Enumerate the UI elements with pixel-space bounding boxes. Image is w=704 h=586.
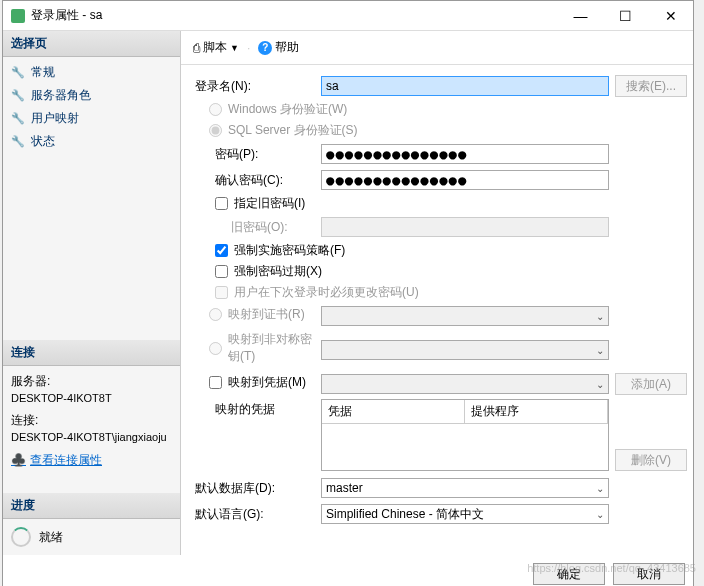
nav-status[interactable]: 🔧状态 xyxy=(3,130,180,153)
add-button: 添加(A) xyxy=(615,373,687,395)
wrench-icon: 🔧 xyxy=(11,89,25,102)
auth-windows-label: Windows 身份验证(W) xyxy=(228,101,347,118)
titlebar: 登录属性 - sa — ☐ ✕ xyxy=(3,1,693,31)
auth-sql-radio xyxy=(209,124,222,137)
help-button[interactable]: ? 帮助 xyxy=(254,37,303,58)
progress-spinner-icon xyxy=(11,527,31,547)
map-cert-radio xyxy=(209,308,222,321)
password-input[interactable] xyxy=(321,144,609,164)
toolbar: ⎙ 脚本 ▼ · ? 帮助 xyxy=(181,31,693,65)
server-value: DESKTOP-4IKOT8T xyxy=(11,390,172,407)
default-lang-label: 默认语言(G): xyxy=(195,506,321,523)
map-cred-checkbox[interactable] xyxy=(209,376,222,389)
wrench-icon: 🔧 xyxy=(11,112,25,125)
remove-button: 删除(V) xyxy=(615,449,687,471)
credentials-table: 凭据 提供程序 xyxy=(321,399,609,471)
map-cred-label: 映射到凭据(M) xyxy=(228,374,306,391)
default-lang-select[interactable]: Simplified Chinese - 简体中文⌄ xyxy=(321,504,609,524)
wrench-icon: 🔧 xyxy=(11,66,25,79)
cancel-button[interactable]: 取消 xyxy=(613,563,685,585)
minimize-button[interactable]: — xyxy=(558,1,603,30)
dialog-window: 登录属性 - sa — ☐ ✕ 选择页 🔧常规 🔧服务器角色 🔧用户映射 🔧状态… xyxy=(2,0,694,586)
help-icon: ? xyxy=(258,41,272,55)
must-change-label: 用户在下次登录时必须更改密码(U) xyxy=(234,284,419,301)
chevron-down-icon: ⌄ xyxy=(596,345,604,356)
map-cert-label: 映射到证书(R) xyxy=(228,306,305,323)
wrench-icon: 🔧 xyxy=(11,135,25,148)
specify-old-label: 指定旧密码(I) xyxy=(234,195,305,212)
default-db-select[interactable]: master⌄ xyxy=(321,478,609,498)
close-button[interactable]: ✕ xyxy=(648,1,693,30)
map-asym-select: ⌄ xyxy=(321,340,609,360)
maximize-button[interactable]: ☐ xyxy=(603,1,648,30)
view-connection-props-link[interactable]: ♣️查看连接属性 xyxy=(11,451,102,469)
nav-user-mapping[interactable]: 🔧用户映射 xyxy=(3,107,180,130)
server-label: 服务器: xyxy=(11,372,172,390)
connection-header: 连接 xyxy=(3,340,180,366)
search-button: 搜索(E)... xyxy=(615,75,687,97)
chevron-down-icon: ⌄ xyxy=(596,483,604,494)
enforce-expiry-checkbox[interactable] xyxy=(215,265,228,278)
chevron-down-icon: ⌄ xyxy=(596,311,604,322)
map-cert-select: ⌄ xyxy=(321,306,609,326)
script-icon: ⎙ xyxy=(193,41,200,55)
link-icon: ♣️ xyxy=(11,451,26,469)
login-name-label: 登录名(N): xyxy=(195,78,321,95)
cred-col-credential: 凭据 xyxy=(322,400,465,423)
sidebar: 选择页 🔧常规 🔧服务器角色 🔧用户映射 🔧状态 连接 服务器: DESKTOP… xyxy=(3,31,181,555)
script-button[interactable]: ⎙ 脚本 ▼ xyxy=(189,37,243,58)
nav-server-roles[interactable]: 🔧服务器角色 xyxy=(3,84,180,107)
chevron-down-icon: ▼ xyxy=(230,43,239,53)
select-page-header: 选择页 xyxy=(3,31,180,57)
cred-col-provider: 提供程序 xyxy=(465,400,608,423)
mapped-creds-label: 映射的凭据 xyxy=(195,399,321,418)
title-text: 登录属性 - sa xyxy=(31,7,558,24)
password-label: 密码(P): xyxy=(195,146,321,163)
connection-label: 连接: xyxy=(11,411,172,429)
old-password-input xyxy=(321,217,609,237)
map-asym-label: 映射到非对称密钥(T) xyxy=(228,331,321,365)
auth-sql-label: SQL Server 身份验证(S) xyxy=(228,122,358,139)
connection-value: DESKTOP-4IKOT8T\jiangxiaoju xyxy=(11,429,172,446)
default-db-label: 默认数据库(D): xyxy=(195,480,321,497)
progress-status: 就绪 xyxy=(39,529,63,546)
chevron-down-icon: ⌄ xyxy=(596,509,604,520)
confirm-password-input[interactable] xyxy=(321,170,609,190)
must-change-checkbox xyxy=(215,286,228,299)
ok-button[interactable]: 确定 xyxy=(533,563,605,585)
chevron-down-icon: ⌄ xyxy=(596,379,604,390)
map-asym-radio xyxy=(209,342,222,355)
auth-windows-radio xyxy=(209,103,222,116)
enforce-policy-label: 强制实施密码策略(F) xyxy=(234,242,345,259)
nav-general[interactable]: 🔧常规 xyxy=(3,61,180,84)
main-panel: ⎙ 脚本 ▼ · ? 帮助 登录名(N): 搜索(E)... xyxy=(181,31,693,555)
login-name-input[interactable] xyxy=(321,76,609,96)
progress-header: 进度 xyxy=(3,493,180,519)
enforce-policy-checkbox[interactable] xyxy=(215,244,228,257)
map-cred-select: ⌄ xyxy=(321,374,609,394)
enforce-expiry-label: 强制密码过期(X) xyxy=(234,263,322,280)
specify-old-checkbox[interactable] xyxy=(215,197,228,210)
app-icon xyxy=(11,9,25,23)
confirm-password-label: 确认密码(C): xyxy=(195,172,321,189)
old-password-label: 旧密码(O): xyxy=(195,219,321,236)
